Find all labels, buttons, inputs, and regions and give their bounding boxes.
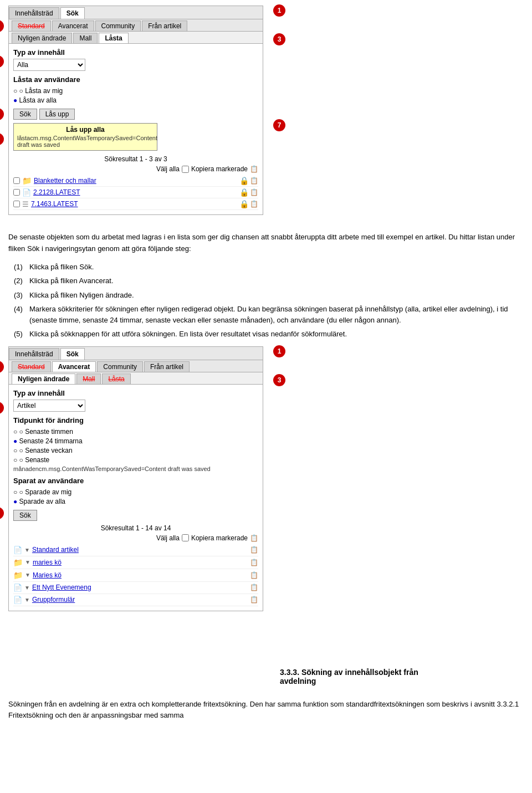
tab-template[interactable]: Mall xyxy=(73,33,98,43)
tab-template-2[interactable]: Mall xyxy=(76,374,101,384)
description-section: De senaste objekten som du arbetat med l… xyxy=(8,232,524,255)
saved-by-radio-group: ○ Sparade av mig ● Sparade av alla xyxy=(13,488,258,505)
radio-last-month[interactable]: ○ Senaste xyxy=(13,456,258,464)
step-2: (2) Klicka på fliken Avancerat. xyxy=(14,275,524,286)
tooltip-title: Lås upp alla xyxy=(17,126,154,134)
select-all-checkbox-2[interactable] xyxy=(182,534,189,541)
copy-icon-3[interactable]: 📋 xyxy=(250,200,258,208)
radio-locked-by-me[interactable]: ○ Låsta av mig xyxy=(13,87,258,95)
annotation-1: 1 xyxy=(273,4,285,17)
radio-last-hour[interactable]: ○ Senaste timmen xyxy=(13,428,258,436)
result2-copy-3[interactable]: 📋 xyxy=(250,571,258,579)
radio-saved-by-all[interactable]: ● Sparade av alla xyxy=(13,498,258,505)
select-all-checkbox[interactable] xyxy=(182,166,189,173)
tab-advanced[interactable]: Avancerat xyxy=(52,21,94,31)
result2-link-5[interactable]: Gruppformulär xyxy=(32,596,75,603)
doc-icon-3: ☰ xyxy=(22,200,29,208)
result-checkbox-3[interactable] xyxy=(13,201,20,207)
tab-advanced-2[interactable]: Avancerat xyxy=(52,361,96,372)
result-link-1[interactable]: Blanketter och mallar xyxy=(34,177,96,185)
tab-community-2[interactable]: Community xyxy=(97,361,143,372)
select-all-label-2: Välj alla xyxy=(156,534,180,542)
content-type-section: Typ av innehåll Alla xyxy=(13,48,258,71)
result-item-2: 📄 2.2128.LATEST 🔒 📋 xyxy=(13,187,258,198)
annotation-p2-1: 1 xyxy=(273,345,285,357)
result2-item-3: 📁 ▼ Maries kö 📋 xyxy=(13,569,258,582)
arrow-r1: ▼ xyxy=(24,547,30,553)
copy-icon-2[interactable]: 📋 xyxy=(250,188,258,196)
copy-icon-main-2[interactable]: 📋 xyxy=(250,534,258,542)
locked-by-label: Låsta av användare xyxy=(13,75,258,84)
result2-item-2: 📁 ▼ maries kö 📋 xyxy=(13,556,258,569)
search-results-2: Sökresultat 1 - 14 av 14 Välj alla Kopie… xyxy=(13,524,258,606)
panel-content: Typ av innehåll Alla Låsta av användare … xyxy=(9,44,263,214)
radio-last-24h[interactable]: ● Senaste 24 timmarna xyxy=(13,437,258,445)
radio-locked-by-all[interactable]: ● Låsta av alla xyxy=(13,96,258,104)
section-heading-area: 3.3.3. Sökning av innehållsobjekt från a… xyxy=(280,346,435,690)
result-checkbox-1[interactable] xyxy=(13,177,20,184)
result-checkbox-2[interactable] xyxy=(13,189,20,196)
tab-from-article[interactable]: Från artikel xyxy=(142,21,187,31)
tab-from-article-2[interactable]: Från artikel xyxy=(144,361,190,372)
steps-list: (1) Klicka på fliken Sök. (2) Klicka på … xyxy=(14,262,524,340)
tab-standard[interactable]: Standard xyxy=(12,21,51,31)
search-button-row: Sök xyxy=(13,510,258,521)
action-buttons: Sök Lås upp xyxy=(13,109,258,120)
content-type-section-2: Typ av innehåll Artikel xyxy=(13,389,258,412)
annotation-3: 3 xyxy=(273,33,285,45)
radio-saved-by-me[interactable]: ○ Sparade av mig xyxy=(13,488,258,496)
content-type-select-2[interactable]: Artikel xyxy=(13,400,85,412)
saved-by-section: Sparat av användare ○ Sparade av mig ● S… xyxy=(13,477,258,505)
result2-link-3[interactable]: Maries kö xyxy=(33,571,62,579)
annotation-p2-5: 5 xyxy=(0,507,4,519)
tab-contents-tree[interactable]: Innehållsträd xyxy=(9,7,59,19)
result2-link-1[interactable]: Standard artikel xyxy=(32,546,79,554)
copy-icon[interactable]: 📋 xyxy=(250,165,258,173)
tab-search-2[interactable]: Sök xyxy=(60,348,85,360)
search-panel-2: Innehållsträd Sök Standard Avancerat Com… xyxy=(8,346,263,611)
arrow-r2: ▼ xyxy=(25,559,30,565)
tab-recently-changed-2[interactable]: Nyligen ändrade xyxy=(12,374,75,384)
annotation-7: 7 xyxy=(273,119,285,131)
search-button-2[interactable]: Sök xyxy=(13,510,37,521)
tab-locked[interactable]: Låsta xyxy=(99,33,128,43)
outer-tab-bar-2: Innehållsträd Sök xyxy=(9,347,263,360)
tab-locked-2[interactable]: Låsta xyxy=(102,374,130,384)
tab-contents-tree-2[interactable]: Innehållsträd xyxy=(9,348,59,360)
inner-tab-bar-1: Standard Avancerat Community Från artike… xyxy=(9,19,263,32)
result2-copy-1[interactable]: 📋 xyxy=(250,546,258,554)
result2-copy-2[interactable]: 📋 xyxy=(250,559,258,566)
result2-item-4: 📄 ▼ Ett Nytt Evenemeng 📋 xyxy=(13,582,258,594)
lock-icon-1: 🔒 xyxy=(239,176,249,185)
copy-icon-1[interactable]: 📋 xyxy=(250,177,258,185)
tab-search[interactable]: Sök xyxy=(60,7,85,19)
content-type-label: Typ av innehåll xyxy=(13,48,258,57)
annotation-p2-4: 4 xyxy=(0,402,4,414)
doc-icon-r1: 📄 xyxy=(13,546,22,554)
results-summary: Sökresultat 1 - 3 av 3 xyxy=(13,155,258,163)
result2-copy-4[interactable]: 📋 xyxy=(250,584,258,591)
copy-marked-label-2: Kopiera markerade xyxy=(191,534,248,542)
result2-link-4[interactable]: Ett Nytt Evenemeng xyxy=(32,584,91,591)
select-all-label: Välj alla xyxy=(156,165,180,173)
result2-copy-5[interactable]: 📋 xyxy=(250,596,258,603)
arrow-r4: ▼ xyxy=(24,585,30,591)
inner-tab-bar-2-2: Nyligen ändrade Mall Låsta xyxy=(9,372,263,385)
tab-standard-2[interactable]: Standard xyxy=(12,361,51,372)
result-link-3[interactable]: 7.1463.LATEST xyxy=(31,200,78,208)
tab-community[interactable]: Community xyxy=(95,21,141,31)
content-type-select[interactable]: Alla xyxy=(13,59,85,71)
time-section: Tidpunkt för ändring ○ Senaste timmen ● … xyxy=(13,416,258,472)
result-link-2[interactable]: 2.2128.LATEST xyxy=(33,188,80,196)
folder-icon-1: 📁 xyxy=(22,176,32,185)
radio-last-week[interactable]: ○ Senaste veckan xyxy=(13,447,258,454)
search-panel-1: Innehållsträd Sök Standard Avancerat Com… xyxy=(8,6,263,215)
result2-link-2[interactable]: maries kö xyxy=(33,559,62,566)
tab-recently-changed[interactable]: Nyligen ändrade xyxy=(12,33,72,43)
tooltip-message: låstacm.msg.ContentWasTemporarySaved=Con… xyxy=(17,135,154,148)
time-label: Tidpunkt för ändring xyxy=(13,416,258,424)
search-button[interactable]: Sök xyxy=(13,109,37,120)
unlock-button[interactable]: Lås upp xyxy=(39,109,75,120)
tooltip-unlock-all: Lås upp alla låstacm.msg.ContentWasTempo… xyxy=(13,123,157,151)
section-heading: 3.3.3. Sökning av innehållsobjekt från a… xyxy=(280,668,435,685)
